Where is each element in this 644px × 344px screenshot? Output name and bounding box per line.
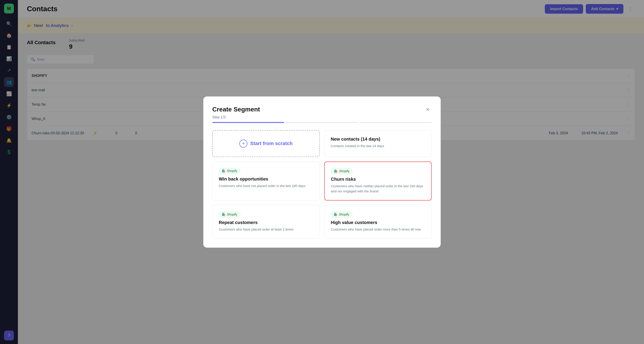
churn-risks-desc: Customers who have neither placed order … — [331, 184, 425, 194]
scratch-label: Start from scratch — [250, 141, 293, 146]
shopify-badge: 🛍️ Shopify — [219, 168, 240, 174]
churn-risks-card[interactable]: 🛍️ Shopify Churn risks Customers who hav… — [324, 161, 432, 201]
shopify-badge: 🛍️ Shopify — [331, 168, 352, 174]
shopify-icon: 🛍️ — [334, 169, 338, 173]
plus-icon: + — [239, 139, 248, 147]
repeat-customers-card[interactable]: 🛍️ Shopify Repeat customers Customers wh… — [212, 205, 320, 239]
create-segment-modal: Create Segment × Step 1/3 + Start from s… — [203, 96, 441, 248]
shopify-badge: 🛍️ Shopify — [331, 212, 352, 217]
modal-title: Create Segment — [212, 106, 260, 113]
shopify-label: Shopify — [227, 169, 237, 173]
shopify-label: Shopify — [227, 213, 237, 216]
new-contacts-desc: Contacts created in the last 14 days — [331, 143, 425, 149]
repeat-customers-desc: Customers who have placed order at least… — [219, 227, 313, 232]
shopify-icon: 🛍️ — [222, 213, 226, 216]
high-value-title: High value customers — [331, 220, 425, 225]
step-segment-3 — [360, 122, 432, 123]
step-segment-2 — [286, 122, 358, 123]
modal-header: Create Segment × — [212, 105, 432, 113]
repeat-customers-title: Repeat customers — [219, 220, 313, 225]
high-value-card[interactable]: 🛍️ Shopify High value customers Customer… — [324, 205, 432, 239]
segment-templates-grid: + Start from scratch New contacts (14 da… — [212, 130, 432, 239]
step-progress-bar — [212, 122, 432, 123]
shopify-label: Shopify — [339, 213, 349, 216]
new-contacts-card[interactable]: New contacts (14 days) Contacts created … — [324, 130, 432, 157]
win-back-desc: Customers who have not placed order in t… — [219, 184, 313, 189]
new-contacts-title: New contacts (14 days) — [331, 136, 425, 142]
start-from-scratch-card[interactable]: + Start from scratch — [212, 130, 320, 157]
shopify-badge: 🛍️ Shopify — [219, 212, 240, 217]
shopify-icon: 🛍️ — [222, 169, 226, 173]
shopify-label: Shopify — [339, 169, 350, 173]
step-label: Step 1/3 — [212, 115, 432, 119]
modal-close-button[interactable]: × — [424, 105, 432, 113]
high-value-desc: Customers who have placed order more tha… — [331, 227, 425, 232]
churn-risks-title: Churn risks — [331, 177, 425, 182]
shopify-icon: 🛍️ — [334, 213, 338, 216]
win-back-title: Win back opportunities — [219, 177, 313, 182]
win-back-card[interactable]: 🛍️ Shopify Win back opportunities Custom… — [212, 161, 320, 201]
step-segment-1 — [212, 122, 284, 123]
